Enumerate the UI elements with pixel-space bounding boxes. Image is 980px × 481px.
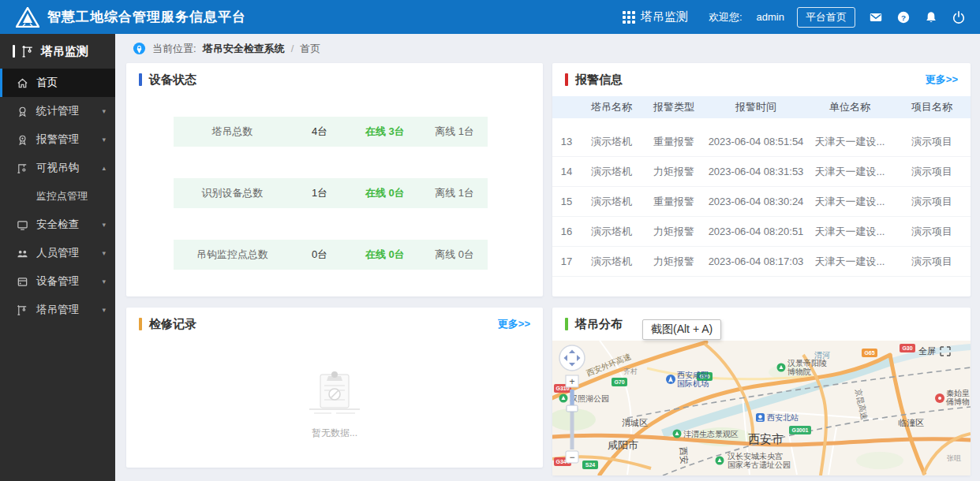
app-switcher-label: 塔吊监测 [641, 9, 688, 24]
breadcrumb-current: 首页 [300, 42, 320, 56]
top-bar: 智慧工地综合管理服务信息平台 塔吊监测 欢迎您: admin 平台首页 ? [0, 0, 980, 34]
stats-icon [16, 105, 28, 117]
svg-text:西安: 西安 [679, 446, 690, 464]
col-alarm-type: 报警类型 [642, 100, 705, 114]
sidebar-header-label: 塔吊监测 [41, 44, 88, 59]
logo-icon [16, 7, 39, 28]
main-content: 当前位置: 塔吊安全检查系统 / 首页 设备状态 塔吊总数 4台 在线 3台 离… [115, 34, 980, 481]
device-status-row: 吊钩监控点总数 0台 在线 0台 离线 0台 [174, 240, 488, 270]
tower-crane-icon [21, 45, 35, 58]
welcome-label: 欢迎您: [709, 10, 742, 24]
power-icon[interactable] [951, 9, 966, 24]
sidebar-item-label: 设备管理 [36, 274, 79, 289]
alarm-more-link[interactable]: 更多>> [926, 73, 958, 87]
panel-accent-bar [565, 73, 568, 86]
empty-state-text: 暂无数据... [312, 427, 357, 440]
panel-crane-map: 塔吊分布 截图(Alt + A) [552, 308, 971, 475]
alarm-table-row[interactable]: 15 演示塔机 重量报警 2023-06-04 08:30:24 天津天一建设.… [552, 187, 971, 217]
alarm-table-row[interactable]: 17 演示塔机 力矩报警 2023-06-04 08:17:03 天津天一建设.… [552, 247, 971, 277]
alarm-table-row[interactable]: 16 演示塔机 力矩报警 2023-06-04 08:20:51 天津天一建设.… [552, 217, 971, 247]
alarm-icon [16, 133, 28, 146]
svg-text:国家考古遗址公园: 国家考古遗址公园 [728, 460, 791, 469]
status-offline: 离线 0台 [421, 248, 488, 262]
map-pan-control [559, 345, 585, 371]
svg-text:汉长安城未央宫: 汉长安城未央宫 [728, 452, 783, 460]
sidebar-item-label: 统计管理 [36, 104, 79, 118]
portal-home-button[interactable]: 平台首页 [797, 7, 855, 28]
map[interactable]: G70 G70 G3001 G310 G344 G30 G65 S24 [552, 341, 971, 475]
location-pin-icon [133, 42, 146, 55]
panel-accent-bar [139, 318, 142, 330]
no-data-icon [298, 368, 371, 419]
chevron-down-icon: ▾ [102, 221, 106, 229]
username[interactable]: admin [757, 11, 784, 23]
chevron-down-icon: ▾ [102, 107, 106, 115]
svg-text:G70: G70 [614, 379, 624, 385]
svg-text:临潼区: 临潼区 [898, 418, 924, 427]
svg-text:全屏: 全屏 [918, 346, 936, 356]
svg-text:西安咸阳: 西安咸阳 [677, 371, 709, 379]
sidebar-item-label: 可视吊钩 [36, 161, 79, 175]
svg-text:齐村: 齐村 [623, 367, 638, 375]
chevron-down-icon: ▾ [102, 136, 106, 144]
sidebar-item-crane-mgmt[interactable]: 塔吊管理 ▾ [0, 296, 115, 324]
chevron-down-icon: ▾ [102, 306, 106, 314]
alarm-table-row[interactable]: 14 演示塔机 力矩报警 2023-06-04 08:31:53 天津天一建设.… [552, 157, 971, 187]
sidebar-header-bar [13, 45, 15, 58]
hook-icon [16, 162, 28, 174]
breadcrumb-root[interactable]: 塔吊安全检查系统 [203, 42, 285, 56]
alarm-row-partial: 12 演示塔机 力矩报警 2023-06-04 08:15:10 天津天一建设.… [552, 118, 971, 127]
status-offline: 离线 1台 [421, 186, 488, 200]
panel-accent-bar [139, 73, 142, 86]
panel-title: 设备状态 [149, 73, 196, 88]
sidebar-item-alarms[interactable]: 报警管理 ▾ [0, 125, 115, 154]
sidebar-item-personnel[interactable]: 人员管理 ▾ [0, 239, 115, 267]
panel-device-status: 设备状态 塔吊总数 4台 在线 3台 离线 1台 识别设备总数 1台 在线 0台… [126, 63, 543, 296]
svg-text:俑博物: 俑博物 [945, 397, 970, 406]
bell-icon[interactable] [923, 9, 938, 24]
help-icon[interactable]: ? [896, 9, 911, 24]
svg-text:博物院: 博物院 [787, 367, 811, 376]
sidebar-item-label: 人员管理 [36, 246, 79, 260]
status-online: 在线 3台 [348, 125, 421, 139]
svg-text:秦始皇: 秦始皇 [946, 389, 970, 397]
svg-text:沣渭生态景观区: 沣渭生态景观区 [683, 430, 739, 438]
device-status-row: 识别设备总数 1台 在线 0台 离线 1台 [174, 178, 488, 208]
svg-text:西安市: 西安市 [748, 432, 784, 446]
status-total: 1台 [291, 186, 349, 200]
status-label: 吊钩监控点总数 [174, 248, 291, 262]
sidebar-item-equipment[interactable]: 设备管理 ▾ [0, 267, 115, 296]
breadcrumb-separator: / [291, 43, 294, 54]
panel-maintenance: 检修记录 更多>> 暂无数据... [126, 308, 543, 468]
svg-text:?: ? [900, 13, 905, 21]
app-switcher[interactable]: 塔吊监测 [623, 9, 688, 24]
chevron-down-icon: ▾ [102, 249, 106, 257]
panel-title: 塔吊分布 [575, 317, 623, 332]
panel-title: 报警信息 [575, 73, 623, 88]
chevron-up-icon: ▴ [102, 164, 106, 172]
sidebar-item-visual-hook[interactable]: 可视吊钩 ▴ [0, 154, 115, 182]
crane-icon [16, 304, 28, 316]
alarm-table-header: 塔吊名称 报警类型 报警时间 单位名称 项目名称 [552, 96, 971, 118]
alarm-table-row[interactable]: 13 演示塔机 重量报警 2023-06-04 08:51:54 天津天一建设.… [552, 127, 971, 157]
status-online: 在线 0台 [348, 248, 421, 262]
svg-text:渭河: 渭河 [814, 351, 830, 360]
sidebar-item-statistics[interactable]: 统计管理 ▾ [0, 97, 115, 125]
sidebar-item-safety-check[interactable]: 安全检查 ▾ [0, 211, 115, 239]
col-unit-name: 单位名称 [806, 100, 893, 114]
screenshot-tooltip: 截图(Alt + A) [642, 319, 721, 340]
panel-alarm-info: 报警信息 更多>> 塔吊名称 报警类型 报警时间 单位名称 项目名称 12 演示… [552, 63, 971, 296]
chevron-down-icon: ▾ [102, 278, 106, 285]
svg-text:国际机场: 国际机场 [677, 379, 709, 388]
sidebar-item-label: 塔吊管理 [36, 303, 79, 317]
device-icon [16, 275, 28, 288]
maintenance-more-link[interactable]: 更多>> [498, 317, 530, 331]
sidebar-item-home[interactable]: 首页 [0, 69, 115, 97]
status-offline: 离线 1台 [421, 125, 488, 139]
svg-text:S24: S24 [585, 462, 596, 468]
svg-text:+: + [569, 376, 574, 387]
sidebar-subitem-monitor-points[interactable]: 监控点管理 [0, 182, 115, 211]
empty-state: 暂无数据... [126, 341, 543, 467]
mail-icon[interactable] [868, 9, 883, 24]
status-label: 识别设备总数 [174, 186, 291, 200]
